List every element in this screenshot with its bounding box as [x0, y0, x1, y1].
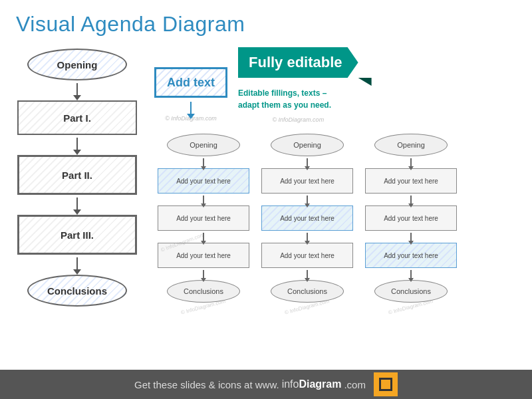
mini-flows: OpeningAdd your text hereAdd your text h…	[154, 134, 521, 370]
arrow-4	[76, 257, 78, 269]
page-title: Visual Agenda Diagram	[16, 12, 516, 37]
mini-rect-2-1: Add your text here	[261, 168, 353, 194]
bottom-orange-box	[374, 372, 398, 396]
mini-opening-1: Opening	[167, 134, 240, 156]
mini-arrow-2-3	[307, 233, 308, 241]
mini-arrow-conclusions-3	[410, 270, 412, 278]
part1-rect: Part I.	[17, 100, 137, 135]
mini-rect-3-1: Add your text here	[365, 168, 457, 194]
banner-wrapper: Fully editable	[238, 47, 358, 78]
mini-arrow-conclusions-2	[307, 270, 308, 278]
part3-rect: Part III.	[17, 215, 137, 255]
add-text-box: Add text	[154, 67, 227, 98]
mini-arrow-1-2	[203, 196, 204, 203]
mini-rect-2-2: Add your text here	[261, 205, 353, 231]
mini-conclusions-1: Conclusions	[167, 280, 240, 303]
arrow-3	[76, 198, 78, 209]
mini-col-3: OpeningAdd your text hereAdd your text h…	[362, 134, 460, 370]
fully-editable-banner: Fully editable	[238, 47, 358, 78]
content-area: Opening Part I. Part II. Part III. Concl…	[0, 42, 532, 370]
mini-arrow-3-2	[410, 196, 412, 203]
part2-rect: Part II.	[17, 155, 137, 195]
arrow-2	[76, 138, 78, 150]
mini-arrow-2-2	[307, 196, 308, 203]
mini-conclusions-3: Conclusions	[374, 280, 448, 303]
mini-conclusions-2: Conclusions	[271, 280, 344, 303]
arrow-1	[76, 83, 78, 95]
mini-rect-3-2: Add your text here	[365, 205, 457, 231]
mini-rect-2-3: Add your text here	[261, 243, 353, 268]
banner-fold	[358, 78, 372, 86]
bottom-text: Get these slides & icons at www.	[134, 379, 279, 390]
mini-col-1: OpeningAdd your text hereAdd your text h…	[154, 134, 253, 370]
mini-col-2: OpeningAdd your text hereAdd your text h…	[258, 134, 356, 370]
banner-section: Fully editable Editable fillings, texts …	[238, 47, 358, 123]
mini-arrow-3-3	[410, 233, 412, 241]
mini-arrow-2-1	[307, 158, 308, 166]
mini-opening-3: Opening	[374, 134, 448, 156]
left-flowchart: Opening Part I. Part II. Part III. Concl…	[11, 42, 144, 370]
opening-ellipse: Opening	[27, 49, 127, 80]
header: Visual Agenda Diagram	[0, 0, 532, 42]
conclusions-ellipse: Conclusions	[27, 275, 127, 307]
mini-opening-2: Opening	[271, 134, 344, 156]
mini-arrow-3-1	[410, 158, 412, 166]
bottom-suffix: .com	[344, 379, 366, 390]
mini-arrow-conclusions-1	[203, 270, 204, 278]
bottom-orange-inner	[379, 378, 392, 391]
bottom-brand: infoDiagram	[282, 378, 342, 390]
add-text-arrow	[190, 102, 192, 114]
add-text-area: Add text © InfoDiagram.com	[154, 47, 227, 122]
right-top: Add text © InfoDiagram.com Fully editabl…	[154, 42, 521, 128]
copyright-2: © InfoDiagram.com	[238, 116, 358, 123]
main-container: Visual Agenda Diagram Opening Part I. Pa…	[0, 0, 532, 399]
mini-rect-1-3: Add your text here	[158, 243, 249, 268]
mini-rect-1-2: Add your text here	[158, 205, 249, 231]
mini-rect-3-3: Add your text here	[365, 243, 457, 268]
mini-arrow-1-1	[203, 158, 204, 166]
right-section: Add text © InfoDiagram.com Fully editabl…	[154, 42, 521, 370]
bottom-bar: Get these slides & icons at www. infoDia…	[0, 370, 532, 399]
editable-description: Editable fillings, texts – adapt them as…	[238, 82, 344, 111]
mini-rect-1-1: Add your text here	[158, 168, 249, 194]
mini-arrow-1-3	[203, 233, 204, 241]
